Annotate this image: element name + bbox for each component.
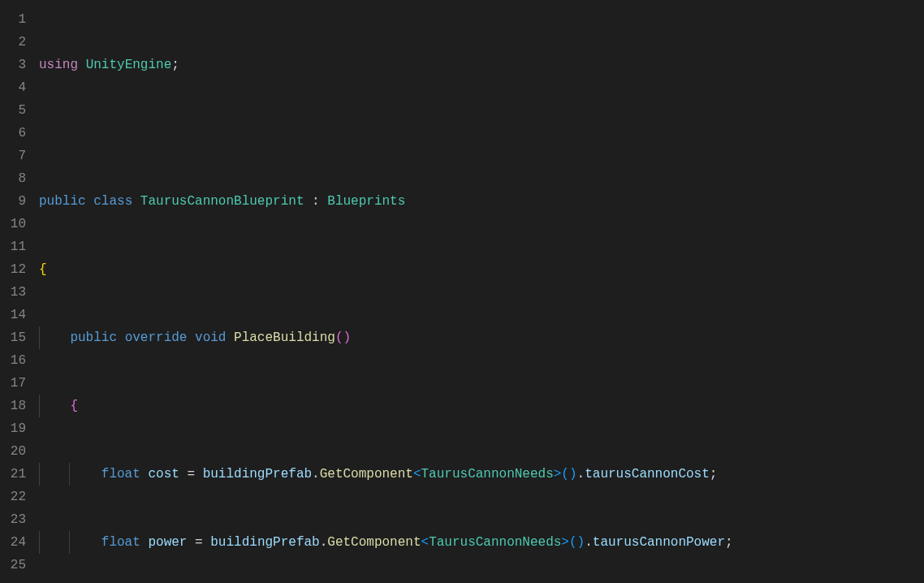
baseclass: Blueprints	[327, 194, 405, 209]
var: cost	[148, 467, 179, 482]
code-line[interactable]: {	[39, 258, 924, 281]
code-editor[interactable]: 1 2 3 4 5 6 7 8 9 10 11 12 13 14 15 16 1…	[0, 0, 924, 583]
angle: >	[561, 535, 569, 550]
paren: )	[577, 535, 585, 550]
var: power	[148, 535, 187, 550]
op: =	[187, 535, 210, 550]
paren: )	[343, 330, 352, 345]
type: TaurusCannonNeeds	[421, 467, 554, 482]
code-line[interactable]	[39, 122, 924, 145]
code-line[interactable]: using UnityEngine;	[39, 54, 924, 76]
line-number: 2	[0, 31, 26, 54]
paren: )	[569, 467, 577, 482]
code-line[interactable]: {	[39, 395, 924, 417]
line-number: 14	[0, 304, 26, 326]
paren: (	[335, 330, 343, 345]
field: taurusCannonCost	[585, 467, 710, 482]
line-number: 22	[0, 486, 26, 508]
line-number: 6	[0, 122, 26, 145]
keyword: float	[101, 467, 140, 482]
angle: >	[554, 467, 562, 482]
line-number: 3	[0, 54, 26, 76]
method: GetComponent	[320, 467, 413, 482]
keyword: void	[195, 330, 226, 345]
line-number: 10	[0, 213, 26, 235]
line-number: 12	[0, 258, 26, 281]
line-number: 1	[0, 8, 26, 31]
punct: .	[312, 467, 320, 482]
brace: {	[39, 262, 47, 277]
angle: <	[413, 467, 421, 482]
keyword: class	[93, 194, 132, 209]
line-number: 20	[0, 440, 26, 463]
code-line[interactable]: public class TaurusCannonBlueprint : Blu…	[39, 190, 924, 213]
punct: ;	[725, 535, 733, 550]
line-number: 8	[0, 167, 26, 190]
line-number-gutter: 1 2 3 4 5 6 7 8 9 10 11 12 13 14 15 16 1…	[0, 0, 39, 583]
classname: TaurusCannonBlueprint	[140, 194, 304, 209]
type: TaurusCannonNeeds	[429, 535, 561, 550]
line-number: 15	[0, 326, 26, 349]
code-line[interactable]: public override void PlaceBuilding()	[39, 326, 924, 349]
field: buildingPrefab	[210, 535, 319, 550]
line-number: 9	[0, 190, 26, 213]
keyword: using	[39, 58, 78, 72]
line-number: 4	[0, 76, 26, 99]
punct: ;	[710, 467, 718, 482]
code-line[interactable]: float cost = buildingPrefab.GetComponent…	[39, 463, 924, 486]
punct: :	[304, 194, 327, 209]
keyword: public	[70, 330, 117, 345]
punct: .	[320, 535, 328, 550]
line-number: 18	[0, 395, 26, 417]
line-number: 11	[0, 235, 26, 258]
method: GetComponent	[327, 535, 421, 550]
punct: .	[577, 467, 585, 482]
paren: (	[569, 535, 577, 550]
line-number: 16	[0, 349, 26, 372]
field: taurusCannonPower	[593, 535, 725, 550]
keyword: override	[125, 330, 188, 345]
line-number: 24	[0, 531, 26, 554]
brace: {	[70, 399, 78, 413]
angle: <	[421, 535, 430, 550]
line-number: 25	[0, 554, 26, 577]
keyword: public	[39, 194, 86, 209]
code-area[interactable]: using UnityEngine; public class TaurusCa…	[39, 0, 924, 583]
paren: (	[561, 467, 569, 482]
line-number: 7	[0, 145, 26, 167]
line-number: 5	[0, 99, 26, 122]
punct: ;	[171, 58, 179, 72]
field: buildingPrefab	[203, 467, 312, 482]
type: UnityEngine	[86, 58, 172, 72]
line-number: 21	[0, 463, 26, 486]
line-number: 23	[0, 508, 26, 531]
line-number: 17	[0, 372, 26, 395]
code-line[interactable]: float power = buildingPrefab.GetComponen…	[39, 531, 924, 554]
keyword: float	[101, 535, 140, 550]
line-number: 13	[0, 281, 26, 304]
op: =	[179, 467, 203, 482]
punct: .	[585, 535, 593, 550]
line-number: 19	[0, 417, 26, 440]
method: PlaceBuilding	[234, 330, 335, 345]
